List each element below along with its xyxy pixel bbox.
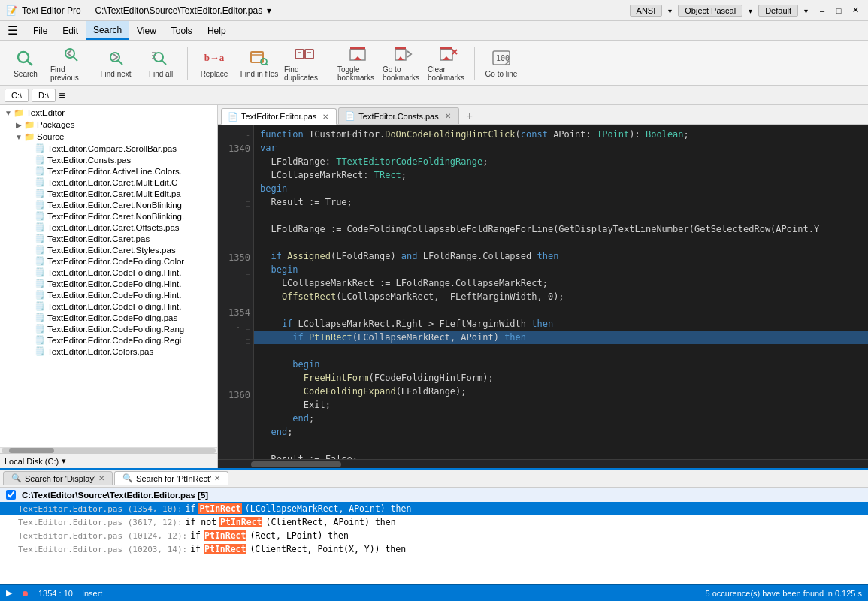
results-header-checkbox[interactable] [6, 490, 16, 500]
bottom-tabs: 🔍 Search for 'Display' ✕ 🔍 Search for 'P… [0, 470, 868, 488]
search-button[interactable]: Search [5, 44, 47, 83]
search-display-tab-close[interactable]: ✕ [98, 474, 104, 482]
find-previous-button[interactable]: Find previous [50, 44, 92, 83]
editor-hscroll[interactable] [218, 459, 868, 468]
results-header: C:\TextEditor\Source\TextEditor.Editor.p… [0, 488, 868, 502]
result-1-filename: TextEditor.Editor.pas (1354, 10): [18, 504, 183, 514]
find-all-button[interactable]: Find all [140, 44, 182, 83]
tab2-close[interactable]: ✕ [445, 112, 451, 120]
search-toolbar-icon [14, 47, 38, 68]
result-item-2[interactable]: TextEditor.Editor.pas (3617, 12): if not… [0, 515, 868, 529]
find-duplicates-button[interactable]: Find duplicates [283, 44, 325, 83]
result-4-after: (ClientRect, Point(X, Y)) then [250, 544, 406, 554]
tree-node-file-3[interactable]: 🗒️TextEditor.Editor.ActiveLine.Colors. [0, 165, 217, 177]
svg-marker-26 [443, 56, 450, 60]
drive-d-button[interactable]: D:\ [32, 89, 56, 102]
svg-rect-14 [295, 50, 304, 59]
tree-node-root[interactable]: ▼ 📁 TextEditor [0, 107, 217, 119]
tree-node-file-9[interactable]: 🗒️TextEditor.Editor.Caret.pas [0, 233, 217, 244]
toggle-bookmarks-button[interactable]: Toggle bookmarks [337, 44, 379, 83]
tree-node-file-17[interactable]: 🗒️TextEditor.Editor.CodeFolding.Rang [0, 323, 217, 334]
tree-node-file-5[interactable]: 🗒️TextEditor.Editor.Caret.MultiEdit.pa [0, 188, 217, 199]
search-display-tab[interactable]: 🔍 Search for 'Display' ✕ [3, 471, 113, 485]
hamburger-menu[interactable]: ☰ [0, 21, 26, 40]
tree-node-file-12[interactable]: 🗒️TextEditor.Editor.CodeFolding.Hint. [0, 267, 217, 278]
result-item-1[interactable]: TextEditor.Editor.pas (1354, 10): if PtI… [0, 502, 868, 515]
title-separator: – [86, 5, 91, 16]
language-label[interactable]: Object Pascal [678, 5, 742, 17]
replace-button[interactable]: b→a Replace [193, 44, 235, 83]
tree-node-file-11[interactable]: 🗒️TextEditor.Editor.CodeFolding.Color [0, 255, 217, 267]
menu-item-file[interactable]: File [26, 21, 55, 40]
tree-node-file-10[interactable]: 🗒️TextEditor.Editor.Caret.Styles.pas [0, 244, 217, 255]
find-in-files-button[interactable]: Find in files [238, 44, 280, 83]
code-area[interactable]: function TCustomEditor.DoOnCodeFoldingHi… [254, 125, 868, 459]
title-dropdown-icon[interactable]: ▾ [267, 5, 271, 16]
tree-node-file-6[interactable]: 🗒️TextEditor.Editor.Caret.NonBlinking [0, 199, 217, 210]
drive-c-button[interactable]: C:\ [5, 89, 29, 102]
root-label: TextEditor [26, 108, 65, 117]
search-ptinrect-tab-close[interactable]: ✕ [214, 474, 220, 482]
source-toggle[interactable]: ▼ [14, 133, 24, 141]
tab1-close[interactable]: ✕ [322, 113, 328, 121]
clear-bookmarks-button[interactable]: Clear bookmarks [427, 44, 469, 83]
tree-node-file-7[interactable]: 🗒️TextEditor.Editor.Caret.NonBlinking. [0, 210, 217, 222]
search-ptinrect-tab[interactable]: 🔍 Search for 'PtInRect' ✕ [114, 471, 228, 485]
tree-node-file-8[interactable]: 🗒️TextEditor.Editor.Caret.Offsets.pas [0, 222, 217, 233]
root-toggle[interactable]: ▼ [3, 109, 14, 117]
tree-view-toggle[interactable]: ≡ [59, 89, 65, 101]
result-3-filename: TextEditor.Editor.pas (10124, 12): [18, 531, 187, 541]
packages-toggle[interactable]: ▶ [14, 121, 24, 129]
tree-node-file-4[interactable]: 🗒️TextEditor.Editor.Caret.MultiEdit.C [0, 177, 217, 188]
find-next-button[interactable]: Find next [95, 44, 137, 83]
encoding-label[interactable]: ANSI [630, 5, 663, 17]
theme-dropdown[interactable]: ▾ [804, 7, 808, 15]
minimize-button[interactable]: – [815, 4, 829, 17]
tree-scrollbar[interactable] [0, 447, 217, 453]
tree-node-file-13[interactable]: 🗒️TextEditor.Editor.CodeFolding.Hint. [0, 278, 217, 289]
svg-line-1 [27, 61, 32, 65]
language-dropdown[interactable]: ▾ [749, 7, 752, 15]
toolbar-sep-2 [331, 47, 331, 80]
result-item-3[interactable]: TextEditor.Editor.pas (10124, 12): if Pt… [0, 529, 868, 542]
tree-node-file-18[interactable]: 🗒️TextEditor.Editor.CodeFolding.Regi [0, 334, 217, 346]
editor-tab-1[interactable]: 📄 TextEditor.Editor.pas ✕ [221, 108, 337, 125]
search-btn-label: Search [14, 70, 38, 78]
tree-hscroll-thumb[interactable] [9, 448, 54, 453]
tree-area[interactable]: ▼ 📁 TextEditor ▶ 📁 Packages ▼ 📁 Source 🗒… [0, 105, 217, 447]
tree-node-file-14[interactable]: 🗒️TextEditor.Editor.CodeFolding.Hint. [0, 289, 217, 300]
search-display-tab-icon: 🔍 [11, 473, 22, 483]
menu-item-tools[interactable]: Tools [164, 21, 200, 40]
encoding-dropdown[interactable]: ▾ [668, 7, 672, 15]
tree-node-file-19[interactable]: 🗒️TextEditor.Editor.Colors.pas [0, 346, 217, 357]
play-macro-button[interactable]: ▶ [6, 588, 12, 598]
search-results-content[interactable]: C:\TextEditor\Source\TextEditor.Editor.p… [0, 488, 868, 584]
status-bar: ▶ ⏺ 1354 : 10 Insert 5 occurence(s) have… [0, 584, 868, 601]
editor-tab-2[interactable]: 📄 TextEditor.Consts.pas ✕ [338, 107, 458, 124]
tree-node-packages[interactable]: ▶ 📁 Packages [0, 119, 217, 131]
theme-label[interactable]: Default [758, 5, 798, 17]
result-4-before: if [190, 544, 201, 554]
menu-item-search[interactable]: Search [86, 21, 129, 40]
tree-node-file-16[interactable]: 🗒️TextEditor.Editor.CodeFolding.pas [0, 312, 217, 323]
goto-line-button[interactable]: 100 Go to line [480, 44, 522, 83]
maximize-button[interactable]: □ [832, 4, 845, 17]
file-tree: ▼ 📁 TextEditor ▶ 📁 Packages ▼ 📁 Source 🗒… [0, 105, 218, 468]
app-icon: 📝 [6, 5, 17, 16]
local-disk-dropdown[interactable]: ▾ [62, 456, 66, 466]
new-tab-button[interactable]: + [461, 107, 479, 124]
menu-item-edit[interactable]: Edit [55, 21, 86, 40]
record-macro-button[interactable]: ⏺ [21, 589, 29, 598]
goto-bookmarks-button[interactable]: Go to bookmarks [382, 44, 424, 83]
file-3-label: TextEditor.Editor.ActiveLine.Colors. [47, 167, 182, 176]
tree-node-file-1[interactable]: 🗒️TextEditor.Compare.ScrollBar.pas [0, 143, 217, 154]
close-button[interactable]: ✕ [848, 4, 862, 17]
tree-node-file-2[interactable]: 🗒️TextEditor.Consts.pas [0, 154, 217, 165]
tree-bottom: Local Disk (C:) ▾ [0, 453, 217, 468]
h-scroll-thumb[interactable] [251, 461, 341, 467]
menu-item-view[interactable]: View [129, 21, 164, 40]
menu-item-help[interactable]: Help [200, 21, 234, 40]
tree-node-source[interactable]: ▼ 📁 Source [0, 131, 217, 143]
result-item-4[interactable]: TextEditor.Editor.pas (10203, 14): if Pt… [0, 542, 868, 556]
tree-node-file-15[interactable]: 🗒️TextEditor.Editor.CodeFolding.Hint. [0, 300, 217, 312]
